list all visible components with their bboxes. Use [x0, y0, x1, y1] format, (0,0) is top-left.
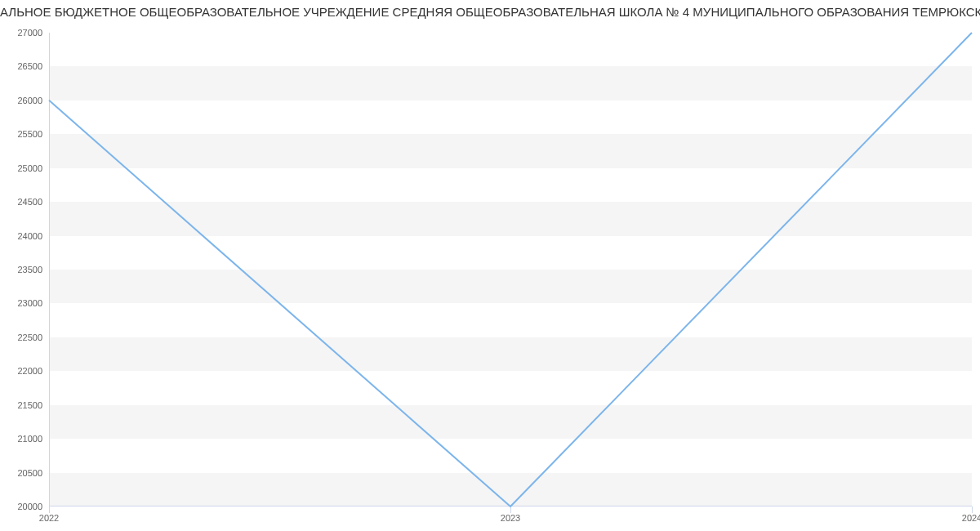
y-axis-tick-label: 25500	[17, 129, 42, 139]
chart-title: АЛЬНОЕ БЮДЖЕТНОЕ ОБЩЕОБРАЗОВАТЕЛЬНОЕ УЧР…	[0, 5, 980, 19]
line-chart: АЛЬНОЕ БЮДЖЕТНОЕ ОБЩЕОБРАЗОВАТЕЛЬНОЕ УЧР…	[0, 0, 980, 531]
x-axis-tick	[972, 506, 973, 513]
series-line	[49, 33, 972, 506]
y-axis-tick-label: 27000	[17, 28, 42, 38]
y-axis-tick-label: 24000	[17, 231, 42, 241]
x-axis-tick-label: 2023	[501, 513, 520, 523]
y-axis-tick-label: 21500	[17, 400, 42, 410]
x-axis-tick-label: 2024	[962, 513, 980, 523]
y-axis-tick-label: 20000	[17, 502, 42, 511]
y-axis-tick-label: 24500	[17, 197, 42, 207]
y-axis-tick-label: 25000	[17, 163, 42, 173]
x-axis-tick	[49, 506, 50, 513]
y-axis-tick-label: 26500	[17, 61, 42, 71]
x-axis-tick-label: 2022	[39, 513, 59, 523]
y-axis-tick-label: 20500	[17, 468, 42, 478]
y-axis-tick-label: 23000	[17, 298, 42, 308]
y-axis-tick-label: 23500	[17, 265, 42, 274]
y-axis-tick-label: 22500	[17, 332, 42, 342]
line-series-svg	[49, 33, 972, 506]
y-axis-tick-label: 26000	[17, 96, 42, 105]
x-axis-tick	[510, 506, 511, 513]
plot-area: 2000020500210002150022000225002300023500…	[49, 33, 972, 506]
y-axis-tick-label: 22000	[17, 366, 42, 376]
y-axis-tick-label: 21000	[17, 434, 42, 444]
